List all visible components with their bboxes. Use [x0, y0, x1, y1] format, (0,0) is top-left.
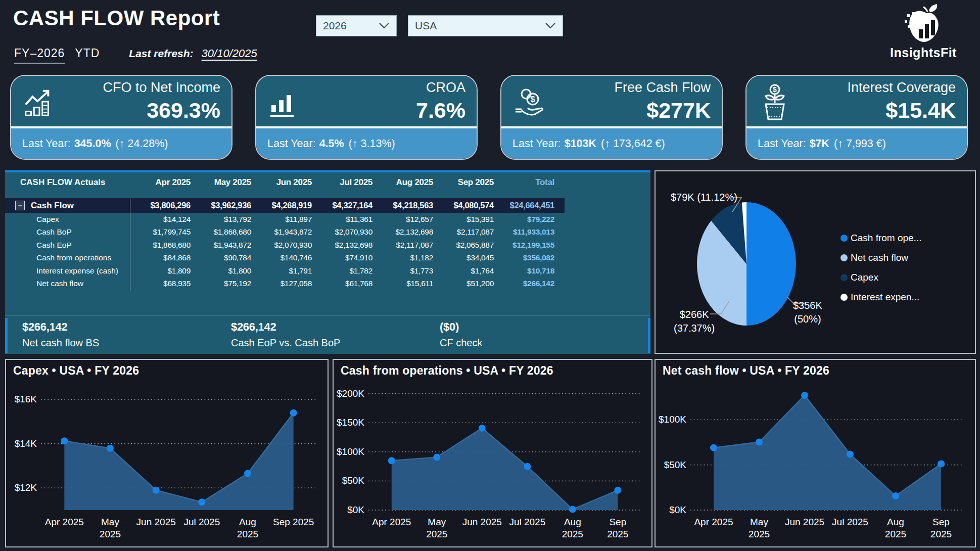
- delta-value: (↑ 173,642 €): [601, 137, 665, 150]
- cash-from-operations-area-chart: $0K$50K$100K$150K$200KApr 2025May2025Jun…: [334, 382, 650, 546]
- cell-value: $1,868,680: [130, 241, 191, 250]
- last-year-value: 345.0%: [74, 137, 111, 150]
- cell-value: $3,962,936: [191, 201, 251, 210]
- column-header-total[interactable]: Total: [494, 177, 554, 188]
- data-point-aug-2025[interactable]: [569, 506, 576, 513]
- callout-text: $356K: [793, 300, 822, 311]
- data-point-aug-2025[interactable]: [892, 492, 899, 499]
- data-point-sep-2025[interactable]: [614, 487, 621, 494]
- cell-value: $11,897: [251, 215, 312, 224]
- column-header[interactable]: Jun 2025: [251, 177, 312, 188]
- summary-accent-left: [5, 318, 8, 353]
- legend-dot: [841, 254, 848, 261]
- data-point-apr-2025[interactable]: [710, 444, 717, 451]
- data-point-jul-2025[interactable]: [847, 451, 854, 458]
- cell-value: $74,910: [312, 253, 372, 262]
- column-header[interactable]: Jul 2025: [312, 177, 372, 188]
- kpi-title: CROA: [426, 80, 465, 96]
- data-point-jun-2025[interactable]: [801, 392, 808, 399]
- summary-value: ($0): [440, 320, 482, 334]
- pie-slice-cash-from-operations[interactable]: [746, 202, 796, 326]
- legend-item-interest-expense-cash-[interactable]: Interest expen...: [841, 287, 921, 307]
- cell-value: $1,799,745: [130, 227, 191, 237]
- fiscal-year-toggle[interactable]: FY–2026: [14, 47, 65, 64]
- data-point-jun-2025[interactable]: [153, 487, 160, 494]
- pie-legend: Cash from ope...Net cash flowCapexIntere…: [841, 228, 921, 307]
- summary-value: $266,142: [231, 320, 340, 334]
- legend-item-net-cash-flow[interactable]: Net cash flow: [841, 248, 921, 267]
- legend-label: Cash from ope...: [851, 233, 921, 244]
- legend-item-capex[interactable]: Capex: [841, 267, 921, 287]
- ytd-toggle[interactable]: YTD: [75, 47, 100, 60]
- cell-value: $2,132,698: [372, 227, 433, 237]
- hand-coins-icon: $: [514, 87, 547, 120]
- cell-value: $2,070,930: [312, 227, 372, 237]
- cell-value: $1,800: [191, 266, 251, 275]
- data-point-jul-2025[interactable]: [198, 498, 205, 506]
- collapse-button[interactable]: −: [15, 201, 25, 210]
- legend-dot: [841, 294, 848, 301]
- cell-value: $127,058: [251, 279, 312, 288]
- x-axis-label: 2025: [237, 529, 258, 539]
- row-label: Cash Flow: [31, 201, 74, 211]
- y-axis-tick-label: $100K: [337, 446, 364, 457]
- cell-value: $15,611: [372, 279, 433, 288]
- kpi-top-section: $ Interest Coverage $15.4K: [746, 76, 967, 128]
- cell-value: $2,132,698: [312, 241, 372, 250]
- row-label: Capex: [5, 215, 130, 224]
- x-axis-label: 2025: [426, 529, 447, 539]
- column-header[interactable]: CASH FLOW Actuals: [5, 177, 130, 188]
- kpi-top-section: $ Free Cash Flow $277K: [501, 76, 722, 128]
- year-filter-dropdown[interactable]: 2026: [316, 15, 397, 36]
- data-point-sep-2025[interactable]: [938, 461, 945, 468]
- summary-net-cash-flow-bs: $266,142 Net cash flow BS: [22, 320, 99, 349]
- kpi-top-section: CFO to Net Income 369.3%: [11, 76, 231, 128]
- data-point-apr-2025[interactable]: [61, 437, 68, 444]
- data-point-jul-2025[interactable]: [524, 463, 531, 470]
- y-axis-tick-label: $0K: [669, 504, 686, 515]
- summary-cf-check: ($0) CF check: [440, 320, 482, 349]
- column-divider: [130, 198, 130, 291]
- column-header[interactable]: Apr 2025: [130, 177, 191, 188]
- cell-value: $1,791: [251, 266, 312, 275]
- pie-callout-capex: $79K (11.12%): [671, 191, 737, 204]
- data-point-may-2025[interactable]: [756, 439, 763, 446]
- sub-header: FY–2026 YTD Last refresh: 30/10/2025: [14, 47, 257, 64]
- x-axis-label: 2025: [562, 529, 583, 539]
- y-axis-tick-label: $200K: [337, 388, 364, 399]
- column-header[interactable]: Sep 2025: [433, 177, 494, 188]
- data-point-jun-2025[interactable]: [479, 425, 486, 432]
- y-axis-tick-label: $50K: [664, 460, 687, 470]
- chart-title: Net cash flow • USA • FY 2026: [663, 364, 829, 378]
- x-axis-label: Apr 2025: [372, 517, 411, 527]
- summary-label: CF check: [440, 337, 482, 349]
- kpi-last-year-strip: Last Year: 4.5% (↑ 3.13%): [256, 128, 477, 159]
- bar-chart-icon: [268, 92, 298, 120]
- data-point-sep-2025[interactable]: [290, 409, 297, 417]
- cash-from-operations-trend-panel: Cash from operations • USA • FY 2026 $0K…: [333, 359, 652, 547]
- country-filter-dropdown[interactable]: USA: [408, 15, 563, 36]
- table-rows: −Cash Flow$3,806,296$3,962,936$4,268,919…: [5, 198, 565, 290]
- data-point-may-2025[interactable]: [107, 445, 114, 452]
- x-axis-label: Aug: [564, 517, 581, 527]
- summary-value: $266,142: [22, 320, 99, 334]
- kpi-value: $15.4K: [885, 98, 956, 123]
- cell-value: $34,045: [433, 253, 494, 262]
- last-refresh-label: Last refresh:: [129, 48, 193, 60]
- cell-value: $1,943,872: [191, 241, 251, 250]
- column-header[interactable]: Aug 2025: [372, 177, 433, 188]
- last-year-label: Last Year:: [22, 137, 71, 150]
- column-header[interactable]: May 2025: [191, 177, 251, 188]
- table-header-row: CASH FLOW Actuals Apr 2025 May 2025 Jun …: [5, 177, 565, 188]
- data-point-may-2025[interactable]: [433, 453, 440, 461]
- page-title: CASH FLOW Report: [13, 6, 220, 30]
- last-year-label: Last Year:: [512, 137, 561, 150]
- x-axis-label: May: [428, 517, 446, 527]
- data-point-aug-2025[interactable]: [244, 470, 251, 477]
- x-axis-label: May: [101, 517, 119, 527]
- data-point-apr-2025[interactable]: [388, 457, 395, 464]
- cash-flow-dashboard: CASH FLOW Report FY–2026 YTD Last refres…: [0, 0, 980, 551]
- legend-item-cash-from-operations[interactable]: Cash from ope...: [841, 228, 921, 248]
- kpi-value: $277K: [646, 98, 711, 123]
- cell-value: $61,768: [312, 279, 372, 288]
